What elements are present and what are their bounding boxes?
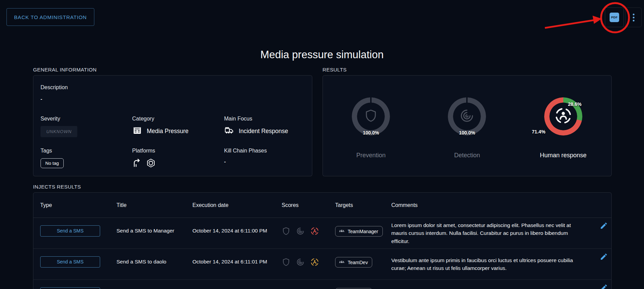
results-section-title: RESULTS bbox=[323, 67, 347, 73]
inject-type-chip: Send a SMS bbox=[40, 256, 100, 268]
inject-row: Send a SMS Send a SMS to daolo October 1… bbox=[33, 249, 611, 280]
severity-chip: UNKNOWN bbox=[41, 126, 77, 137]
column-header-title: Title bbox=[116, 202, 127, 208]
general-information-section-title: GENERAL INFORMATION bbox=[33, 67, 97, 73]
inject-comment: Vestibulum ante ipsum primis in faucibus… bbox=[391, 256, 583, 272]
fire-truck-icon bbox=[224, 125, 234, 137]
detection-icon bbox=[459, 108, 475, 125]
target-name: TeamManager bbox=[348, 229, 378, 234]
edit-pencil-icon[interactable] bbox=[600, 253, 608, 262]
page-title: Media pressure simulation bbox=[0, 49, 644, 61]
injects-results-section-title: INJECTS RESULTS bbox=[33, 184, 81, 190]
route-icon bbox=[132, 158, 142, 170]
more-menu-button[interactable] bbox=[625, 7, 642, 27]
edit-pencil-icon[interactable] bbox=[600, 284, 608, 289]
main-focus-label: Main Focus bbox=[224, 116, 288, 122]
groups-icon bbox=[339, 259, 345, 266]
inject-scores bbox=[282, 258, 319, 267]
target-chip: TeamManager bbox=[335, 226, 383, 237]
column-header-type: Type bbox=[40, 202, 52, 208]
detection-icon bbox=[296, 258, 305, 267]
category-value: Media Pressure bbox=[147, 128, 189, 135]
table-header-row: Type Title Execution date Scores Targets… bbox=[33, 193, 611, 218]
inject-title: Send a SMS to daolo bbox=[116, 258, 186, 266]
no-tag-chip: No tag bbox=[41, 158, 64, 168]
inject-type-chip: Send a SMS bbox=[40, 225, 100, 237]
donut-chart: 100.0% bbox=[352, 97, 390, 135]
donut-center-score: 100.0% bbox=[448, 130, 486, 135]
export-pdf-button[interactable]: PDF bbox=[605, 7, 624, 27]
result-chart: 28.6% 71.4% Human response bbox=[517, 97, 609, 159]
chart-caption: Human response bbox=[540, 152, 586, 159]
inject-type-chip: Publish a media pre bbox=[40, 287, 100, 289]
chart-caption: Detection bbox=[454, 152, 480, 159]
column-header-scores: Scores bbox=[282, 202, 299, 208]
back-to-administration-button[interactable]: BACK TO ADMINISTRATION bbox=[6, 8, 94, 26]
human-response-icon bbox=[310, 258, 319, 267]
inject-row: Publish a media pre Publish a media pres… bbox=[33, 280, 611, 289]
inject-title: Send a SMS to Manager bbox=[116, 227, 186, 235]
newspaper-icon bbox=[132, 125, 142, 137]
kebab-menu-icon bbox=[633, 14, 634, 21]
platforms-label: Platforms bbox=[132, 148, 156, 154]
kill-chain-phases-label: Kill Chain Phases bbox=[224, 148, 267, 154]
human-response-icon bbox=[310, 227, 319, 236]
target-name: TeamDev bbox=[348, 260, 368, 265]
chart-caption: Prevention bbox=[356, 152, 386, 159]
inject-row: Send a SMS Send a SMS to Manager October… bbox=[33, 218, 611, 249]
result-chart: 100.0% Detection bbox=[421, 97, 513, 159]
results-charts: 100.0% Prevention 100.0% Detection bbox=[323, 76, 611, 159]
donut-center-score: 100.0% bbox=[352, 130, 390, 135]
column-header-comments: Comments bbox=[391, 202, 418, 208]
category-label: Category bbox=[132, 116, 189, 122]
edit-pencil-icon[interactable] bbox=[600, 222, 608, 231]
tags-label: Tags bbox=[41, 148, 64, 154]
injects-results-table: Type Title Execution date Scores Targets… bbox=[33, 192, 612, 289]
inject-execution-date: October 14, 2024 at 6:11:01 PM bbox=[192, 258, 276, 266]
kill-chain-phases-value: - bbox=[224, 159, 267, 164]
prevention-icon bbox=[282, 227, 290, 236]
groups-icon bbox=[339, 228, 345, 235]
donut-slice-label: 28.6% bbox=[568, 101, 582, 107]
inject-comment: Lorem ipsum dolor sit amet, consectetur … bbox=[391, 221, 583, 245]
simulation-report-page: BACK TO ADMINISTRATION PDF Media pressur… bbox=[0, 0, 644, 289]
column-header-execution-date: Execution date bbox=[192, 202, 229, 208]
donut-slice-label: 71.4% bbox=[532, 129, 546, 134]
hexagon-shield-icon bbox=[146, 158, 156, 170]
column-header-targets: Targets bbox=[335, 202, 353, 208]
prevention-icon bbox=[282, 258, 290, 267]
inject-targets: TeamDev bbox=[335, 257, 372, 268]
pdf-icon: PDF bbox=[610, 13, 619, 22]
severity-label: Severity bbox=[41, 116, 77, 122]
donut-chart: 28.6% 71.4% bbox=[544, 97, 582, 135]
description-value: - bbox=[41, 96, 68, 102]
description-label: Description bbox=[41, 84, 68, 91]
results-panel: 100.0% Prevention 100.0% Detection bbox=[323, 75, 612, 176]
inject-execution-date: October 14, 2024 at 6:11:00 PM bbox=[192, 227, 276, 235]
human-response-icon bbox=[554, 107, 572, 126]
inject-scores bbox=[282, 227, 319, 236]
prevention-icon bbox=[364, 109, 378, 124]
inject-targets: TeamManager bbox=[335, 226, 383, 237]
donut-chart: 100.0% bbox=[448, 97, 486, 135]
result-chart: 100.0% Prevention bbox=[325, 97, 417, 159]
top-action-group: PDF bbox=[605, 7, 642, 27]
general-information-panel: Description - Severity UNKNOWN Category … bbox=[33, 75, 312, 176]
main-focus-value: Incident Response bbox=[239, 128, 288, 135]
target-chip: TeamDev bbox=[335, 257, 372, 268]
detection-icon bbox=[296, 227, 305, 236]
